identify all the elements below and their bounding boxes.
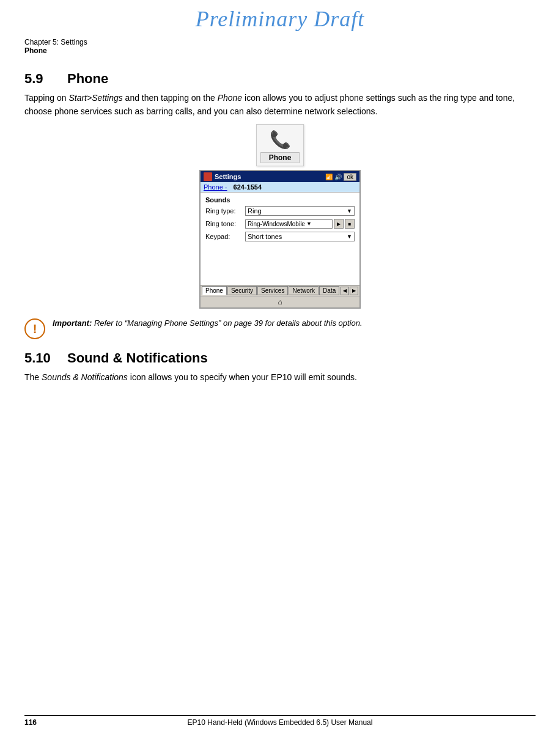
ss-sounds-label: Sounds [205,196,355,204]
section-510-title: Sound & Notifications [67,350,208,366]
ss-tab-phone[interactable]: Phone [202,286,227,295]
page-footer: 116 EP10 Hand-Held (Windows Embedded 6.5… [24,715,536,727]
ss-ringtype-arrow-icon: ▼ [347,208,352,214]
phone-word: Phone [218,93,242,103]
important-text: Important: Refer to “Managing Phone Sett… [53,317,363,329]
ss-ringtype-dropdown[interactable]: Ring ▼ [245,206,355,216]
section-59-heading: 5.9 Phone [24,71,536,87]
body-510-text-2: icon allows you to specify when your EP1… [128,372,357,382]
ss-ok-button[interactable]: ok [344,173,356,181]
ss-scroll-right-button[interactable]: ▶ [350,287,358,295]
ss-bottombar: ⌂ [201,296,359,307]
ss-stop-button[interactable]: ■ [345,219,355,229]
ss-phone-number: 624-1554 [234,183,262,191]
important-icon: ! [24,318,45,339]
ss-keypad-label: Keypad: [205,233,245,240]
ss-title: Settings [215,173,241,180]
ss-ringtype-row: Ring type: Ring ▼ [205,206,355,216]
chapter-sub: Phone [24,46,536,55]
ss-tab-services[interactable]: Services [257,286,288,295]
important-prefix: Important: [53,318,92,328]
chapter-info: Chapter 5: Settings Phone [0,34,560,56]
ss-ringtone-label: Ring tone: [205,220,245,227]
ss-tab-scroll: ◀ ▶ [341,287,358,295]
ss-titlebar-right: 📶 🔊 ok [325,173,356,181]
ss-ringtone-controls: Ring-WindowsMobile ▼ ▶ ■ [245,219,355,229]
screenshot-container: Settings 📶 🔊 ok Phone - 624-1554 Sounds … [24,170,536,309]
phone-icon-container: 📞 Phone [24,124,536,166]
sounds-notifications-word: Sounds & Notifications [42,372,128,382]
ss-phone-label: Phone - [204,183,227,191]
ss-home-icon[interactable]: ⌂ [278,298,282,306]
ss-tab-network[interactable]: Network [289,286,319,295]
phone-icon-box: 📞 Phone [256,124,304,166]
chapter-label: Chapter 5: Settings [24,38,536,46]
ss-tabbar: Phone Security Services Network Data ◀ ▶ [201,285,359,296]
ss-ringtone-arrow-icon: ▼ [306,221,312,227]
ss-volume-icon: 🔊 [334,174,342,180]
phone-screenshot: Settings 📶 🔊 ok Phone - 624-1554 Sounds … [199,170,361,309]
footer-title: EP10 Hand-Held (Windows Embedded 6.5) Us… [24,718,536,727]
phone-icon-label: Phone [260,152,300,163]
section-510-heading: 5.10 Sound & Notifications [24,350,536,366]
important-note: ! Important: Refer to “Managing Phone Se… [24,317,536,339]
ss-content: Sounds Ring type: Ring ▼ Ring tone: Ring… [201,193,359,285]
ss-play-button[interactable]: ▶ [334,219,344,229]
start-settings-text: Start>Settings [68,93,122,103]
ss-ringtone-row: Ring tone: Ring-WindowsMobile ▼ ▶ ■ [205,219,355,229]
ss-keypad-value: Short tones [248,233,282,240]
important-body: Refer to “Managing Phone Settings” on pa… [92,318,362,328]
ss-keypad-arrow-icon: ▼ [347,233,352,240]
body-510-text-1: The [24,372,42,382]
ss-keypad-row: Keypad: Short tones ▼ [205,232,355,241]
ss-ringtype-value: Ring [248,207,262,215]
section-510-body: The Sounds & Notifications icon allows y… [24,371,536,384]
section-59-body: Tapping on Start>Settings and then tappi… [24,92,536,118]
phone-icon: 📞 [260,130,300,150]
ss-titlebar: Settings 📶 🔊 ok [201,171,359,182]
ss-ringtype-label: Ring type: [205,207,245,215]
body-text-2: and then tapping on the [123,93,218,103]
section-59-number: 5.9 [24,71,67,87]
ss-tab-security[interactable]: Security [227,286,257,295]
section-59-title: Phone [67,71,108,87]
page-header: Preliminary Draft [0,0,560,34]
ss-ringtone-value: Ring-WindowsMobile [248,221,305,227]
ss-keypad-dropdown[interactable]: Short tones ▼ [245,232,355,241]
section-510-number: 5.10 [24,350,67,366]
ss-phonebar: Phone - 624-1554 [201,182,359,193]
main-content: 5.9 Phone Tapping on Start>Settings and … [0,56,560,403]
ss-tab-data[interactable]: Data [319,286,339,295]
ss-scroll-left-button[interactable]: ◀ [341,287,349,295]
ss-signal-icon: 📶 [325,174,333,180]
draft-watermark: Preliminary Draft [196,7,365,31]
ss-spacer [205,244,355,281]
ss-ringtone-dropdown[interactable]: Ring-WindowsMobile ▼ [245,219,333,229]
ss-titlebar-left: Settings [204,172,241,181]
windows-logo-icon [204,172,212,181]
body-text-1: Tapping on [24,93,68,103]
